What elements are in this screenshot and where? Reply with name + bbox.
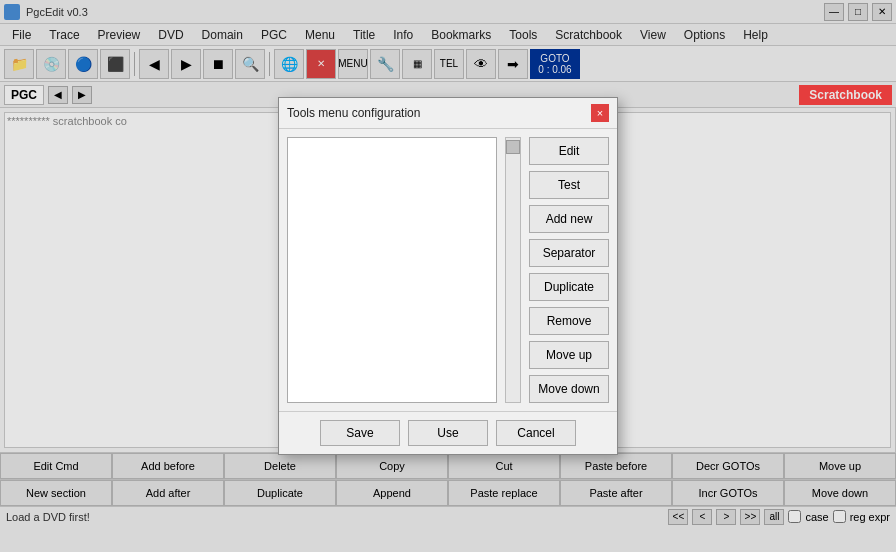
tools-config-modal: Tools menu configuration × Edit Test Add…: [278, 97, 618, 455]
modal-movedown-button[interactable]: Move down: [529, 375, 609, 403]
modal-separator-button[interactable]: Separator: [529, 239, 609, 267]
modal-cancel-button[interactable]: Cancel: [496, 420, 576, 446]
modal-duplicate-button[interactable]: Duplicate: [529, 273, 609, 301]
modal-body: Edit Test Add new Separator Duplicate Re…: [279, 129, 617, 411]
scrollbar-thumb[interactable]: [506, 140, 520, 154]
modal-remove-button[interactable]: Remove: [529, 307, 609, 335]
modal-addnew-button[interactable]: Add new: [529, 205, 609, 233]
modal-close-button[interactable]: ×: [591, 104, 609, 122]
modal-save-button[interactable]: Save: [320, 420, 400, 446]
modal-title-bar: Tools menu configuration ×: [279, 98, 617, 129]
modal-list[interactable]: [287, 137, 497, 403]
modal-title: Tools menu configuration: [287, 106, 420, 120]
modal-footer: Save Use Cancel: [279, 411, 617, 454]
modal-edit-button[interactable]: Edit: [529, 137, 609, 165]
modal-use-button[interactable]: Use: [408, 420, 488, 446]
modal-overlay: Tools menu configuration × Edit Test Add…: [0, 0, 896, 552]
modal-test-button[interactable]: Test: [529, 171, 609, 199]
modal-action-buttons: Edit Test Add new Separator Duplicate Re…: [529, 137, 609, 403]
modal-moveup-button[interactable]: Move up: [529, 341, 609, 369]
modal-scrollbar[interactable]: [505, 137, 521, 403]
